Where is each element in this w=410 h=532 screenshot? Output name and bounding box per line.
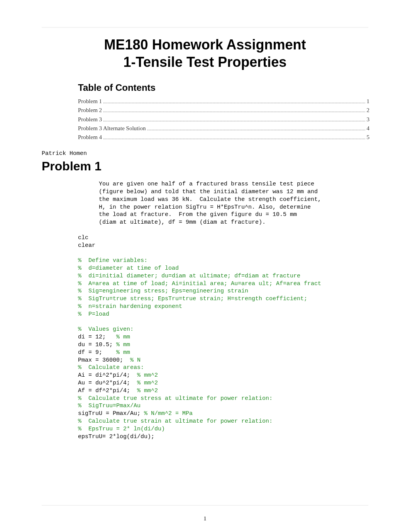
bottom-rule: [42, 505, 368, 506]
toc-row: Problem 4 5: [78, 133, 369, 142]
title-line-1: ME180 Homework Assignment: [104, 37, 306, 53]
code-comment: % A=area at time of load; Ai=initial are…: [78, 280, 321, 287]
code-comment: % SigTru=true stress; EpsTru=true strain…: [78, 296, 307, 302]
code-comment: % Define variables:: [78, 257, 147, 264]
toc-row: Problem 2 2: [78, 106, 369, 115]
code-comment: % Sig=engineering stress; Eps=engineerin…: [78, 288, 248, 294]
toc-item-page: 3: [367, 115, 370, 124]
toc-item-label: Problem 1: [78, 97, 102, 106]
toc-row: Problem 1 1: [78, 97, 369, 106]
code-line: clc: [78, 235, 88, 241]
toc-item-label: Problem 3 Alternate Solution: [78, 124, 146, 133]
code-comment: % mm: [116, 342, 130, 348]
code-comment: % mm^2: [137, 372, 158, 379]
title-line-2: 1-Tensile Test Properties: [124, 54, 287, 70]
toc-dot-leader: [103, 107, 365, 112]
code-comment: % N: [130, 357, 141, 364]
code-line: Af = df^2*pi/4;: [78, 388, 137, 394]
code-comment: % Values given:: [78, 326, 134, 333]
toc-row: Problem 3 Alternate Solution 4: [78, 124, 369, 133]
page: ME180 Homework Assignment 1-Tensile Test…: [0, 0, 410, 532]
code-line: Pmax = 36000;: [78, 357, 130, 364]
top-rule: [42, 27, 368, 28]
code-intro-line: the maximum load was 36 kN. Calculate th…: [99, 196, 321, 203]
toc-item-label: Problem 2: [78, 106, 102, 115]
toc-dot-leader: [103, 116, 365, 121]
code-comment: % mm: [116, 349, 130, 356]
code-line: di = 12;: [78, 334, 116, 340]
toc-item-page: 2: [367, 106, 370, 115]
code-comment: % Calculate true stress at ultimate for …: [78, 395, 273, 402]
code-comment: % mm^2: [137, 388, 158, 394]
code-comment: % di=initial diameter; du=diam at ultima…: [78, 273, 300, 279]
matlab-code-block: You are given one half of a fractured br…: [78, 180, 368, 440]
code-comment: % P=load: [78, 311, 109, 318]
page-number: 1: [0, 515, 410, 522]
document-title: ME180 Homework Assignment 1-Tensile Test…: [64, 36, 346, 71]
code-comment: % Calculate true strain at ultimate for …: [78, 418, 273, 425]
author-name: Patrick Homen: [42, 150, 368, 157]
code-intro-line: H, in the power relation SigTru = H*EpsT…: [99, 204, 311, 211]
toc-row: Problem 3 3: [78, 115, 369, 124]
toc-item-label: Problem 4: [78, 133, 102, 142]
code-line: df = 9;: [78, 349, 116, 356]
code-intro-line: the load at fracture. From the given fig…: [99, 211, 297, 218]
code-comment: % N/mm^2 = MPa: [144, 410, 193, 417]
toc-item-label: Problem 3: [78, 115, 102, 124]
code-intro-line: (diam at ultimate), df = 9mm (diam at fr…: [99, 219, 266, 226]
code-line: du = 10.5;: [78, 342, 116, 348]
toc-item-page: 1: [367, 97, 370, 106]
code-comment: % SigTruu=Pmax/Au: [78, 403, 141, 409]
table-of-contents: Problem 1 1 Problem 2 2 Problem 3 3 Prob…: [78, 97, 369, 142]
code-line: Au = du^2*pi/4;: [78, 380, 137, 386]
code-line: Ai = di^2*pi/4;: [78, 372, 137, 379]
code-comment: % d=diameter at time of load: [78, 265, 179, 272]
code-intro-line: (figure below) and told that the initial…: [99, 189, 318, 195]
code-comment: % Calculate areas:: [78, 364, 144, 371]
code-line: epsTruU= 2*log(di/du);: [78, 433, 154, 440]
code-comment: % mm^2: [137, 380, 158, 386]
toc-heading: Table of Contents: [78, 82, 368, 93]
toc-dot-leader: [103, 134, 365, 139]
code-comment: % n=strain hardening exponent: [78, 303, 182, 310]
code-line: sigTruU = Pmax/Au;: [78, 410, 144, 417]
toc-dot-leader: [103, 98, 365, 104]
code-comment: % mm: [116, 334, 130, 340]
problem-1-heading: Problem 1: [42, 159, 368, 173]
code-intro-line: You are given one half of a fractured br…: [99, 181, 314, 187]
code-comment: % EpsTruu = 2* ln(di/du): [78, 426, 165, 432]
code-line: clear: [78, 242, 95, 249]
toc-item-page: 5: [367, 133, 370, 142]
toc-dot-leader: [147, 125, 365, 130]
toc-item-page: 4: [367, 124, 370, 133]
